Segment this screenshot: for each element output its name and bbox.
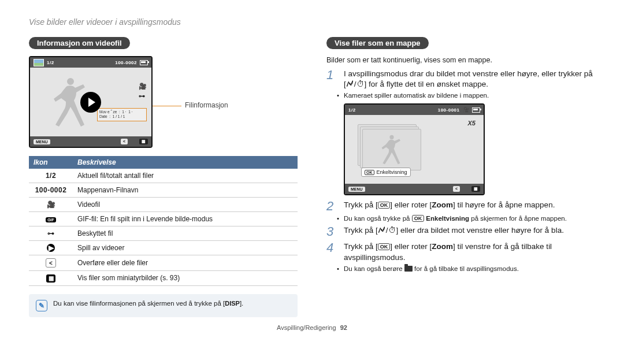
step: 4Trykk på [OK] eller roter [Zoom] til ve… [326, 242, 595, 262]
step-number: 4 [326, 242, 337, 262]
ok-single-view-pill: OK Enkeltvisning [361, 168, 411, 177]
step-text: Trykk på [🗲/⏱] eller dra bildet mot vens… [344, 225, 564, 238]
icon-description-table: Ikon Beskrivelse 1/2Aktuell fil/totalt a… [29, 156, 298, 286]
desc-cell: Overføre eller dele filer [73, 255, 298, 271]
section-heading-left: Informasjon om videofil [29, 37, 130, 49]
step-text: I avspillingsmodus drar du bildet mot ve… [344, 69, 595, 90]
gif-icon: GIF [46, 217, 56, 222]
page-footer: Avspilling/Redigering 92 [29, 324, 595, 331]
icon-cell: GIF [29, 212, 73, 226]
right-description: Bilder som er tatt kontinuerlig, vises s… [326, 56, 595, 64]
step: 1I avspillingsmodus drar du bildet mot v… [326, 69, 595, 90]
icon-cell: 1/2 [29, 169, 73, 183]
grid-button: ▦ [139, 139, 148, 144]
step: 3Trykk på [🗲/⏱] eller dra bildet mot ven… [326, 225, 595, 238]
table-row: ▶Spill av videoer [29, 241, 298, 255]
counter-text: 1/2 [348, 107, 356, 113]
callout-line [153, 106, 181, 106]
step: 2Trykk på [OK] eller roter [Zoom] til hø… [326, 200, 595, 213]
icon-cell: ⊶ [29, 226, 73, 241]
table-row: 🎥Videofil [29, 198, 298, 212]
menu-button: MENU [348, 187, 365, 192]
file-id-text: 100-0002 [115, 60, 137, 65]
ok-key: OK [378, 243, 391, 250]
step-bullet: Kameraet spiller automatisk av bildene i… [344, 92, 595, 99]
ok-key: OK [365, 170, 374, 175]
table-row: GIFGIF-fil: En fil spilt inn i Levende b… [29, 212, 298, 226]
grid-button: ▦ [471, 186, 480, 192]
desc-cell: Mappenavn-Filnavn [73, 183, 298, 198]
info-note: ✎ Du kan vise filinformasjonen på skjerm… [29, 294, 298, 317]
step-bullet: Du kan også berøre for å gå tilbake til … [344, 265, 595, 272]
desc-cell: Aktuell fil/totalt antall filer [73, 169, 298, 183]
table-row: ⊶Beskyttet fil [29, 226, 298, 241]
counter-text: 1/2 [47, 60, 54, 65]
desc-cell: GIF-fil: En fil spilt inn i Levende bild… [73, 212, 298, 226]
breadcrumb: Vise bilder eller videoer i avspillingsm… [29, 17, 595, 27]
callout-label: Filinformasjon [185, 101, 228, 109]
step-bullet: Du kan også trykke på OK Enkeltvisning p… [344, 215, 595, 222]
table-row: ▦Vis filer som miniatyrbilder (s. 93) [29, 271, 298, 286]
icon-cell: 🎥 [29, 198, 73, 212]
table-row: 100-0002Mappenavn-Filnavn [29, 183, 298, 198]
thumbnail-icon [34, 59, 44, 66]
share-button: < [453, 186, 460, 192]
desc-cell: Vis filer som miniatyrbilder (s. 93) [73, 271, 298, 286]
note-icon: ✎ [36, 300, 47, 311]
desc-cell: Beskyttet fil [73, 226, 298, 241]
ok-key: OK [378, 202, 391, 209]
step-number: 2 [326, 200, 337, 213]
file-id-text: 100-0001 [438, 107, 460, 113]
step-text: Trykk på [OK] eller roter [Zoom] til høy… [344, 200, 555, 213]
folder-icon [404, 266, 413, 272]
ok-label: Enkeltvisning [377, 169, 407, 175]
icon-cell: 100-0002 [29, 183, 73, 198]
disp-key: DISP [225, 300, 240, 307]
icon-cell: ▦ [29, 271, 73, 286]
battery-icon [472, 107, 480, 113]
step-number: 3 [326, 225, 337, 238]
table-row: 1/2Aktuell fil/totalt antall filer [29, 169, 298, 183]
photo-stack [358, 124, 421, 170]
grid-icon: ▦ [46, 274, 55, 283]
folder-view-screen: 1/2 100-0001 🎥 X5 [344, 103, 485, 195]
ok-key: OK [412, 215, 425, 222]
x5-label: X5 [468, 120, 476, 127]
col-header-icon: Ikon [29, 156, 73, 169]
footer-page-number: 92 [340, 324, 347, 331]
section-heading-right: Vise filer som en mappe [326, 37, 429, 49]
play-icon [80, 92, 101, 113]
left-column: Informasjon om videofil 1/2 100-0002 [29, 37, 298, 317]
menu-button: MENU [34, 139, 50, 144]
key-icon: ⊶ [139, 92, 147, 100]
battery-icon [140, 60, 148, 65]
footer-section: Avspilling/Redigering [277, 324, 336, 331]
file-info-overlay: Mov e ˝ ze : 1 · 1 · Date : 1 / 1 / 1 [97, 108, 147, 121]
key-icon: ⊶ [46, 229, 55, 237]
step-number: 1 [326, 69, 337, 90]
movie-icon: 🎥 [46, 200, 55, 209]
note-text: Du kan vise filinformasjonen på skjermen… [53, 300, 243, 307]
icon-cell: < [29, 255, 73, 271]
share-button: < [121, 139, 128, 144]
desc-cell: Videofil [73, 198, 298, 212]
desc-cell: Spill av videoer [73, 241, 298, 255]
video-info-screen: 1/2 100-0002 🎥 [29, 56, 153, 148]
play-circle-icon: ▶ [47, 244, 55, 252]
share-icon: < [46, 258, 56, 268]
icon-cell: ▶ [29, 241, 73, 255]
right-column: Vise filer som en mappe Bilder som er ta… [326, 37, 595, 317]
movie-icon: 🎥 [463, 107, 470, 113]
table-row: <Overføre eller dele filer [29, 255, 298, 271]
col-header-desc: Beskrivelse [73, 156, 298, 169]
step-text: Trykk på [OK] eller roter [Zoom] til ven… [344, 242, 595, 262]
movie-icon: 🎥 [139, 83, 147, 90]
